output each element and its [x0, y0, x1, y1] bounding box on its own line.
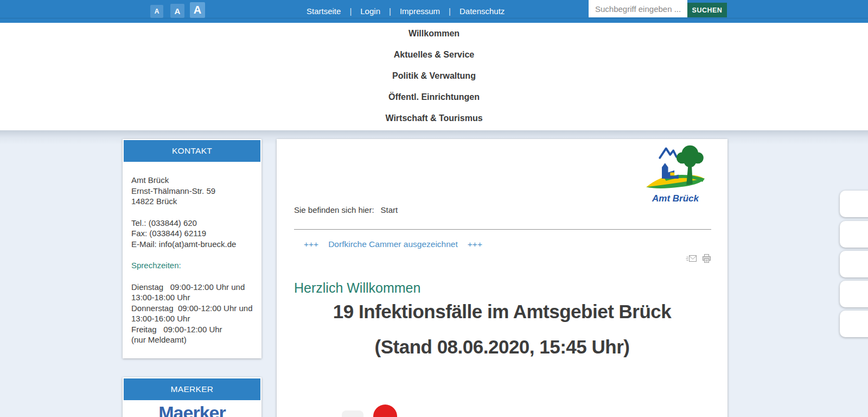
news-ticker: +++ Dorfkirche Cammer ausgezeichnet +++	[304, 239, 482, 249]
font-size-small-button[interactable]: A	[150, 5, 163, 18]
hours-line: Dienstag 09:00-12:00 Uhr und	[131, 282, 245, 292]
email-page-icon[interactable]	[686, 255, 697, 263]
amt-brueck-logo-text: Amt Brück	[643, 193, 708, 204]
nav-link-datenschutz[interactable]: Datenschutz	[459, 7, 505, 16]
right-quick-tab-5[interactable]	[840, 311, 868, 337]
print-page-icon[interactable]	[702, 254, 711, 263]
ticker-prefix: +++	[304, 239, 318, 249]
font-size-medium-button[interactable]: A	[170, 4, 184, 18]
page-action-icons	[686, 254, 711, 263]
ticker-link-dorfkirche-cammer[interactable]: Dorfkirche Cammer ausgezeichnet	[328, 239, 458, 249]
infection-headline-date: (Stand 08.06.2020, 15:45 Uhr)	[277, 332, 727, 362]
main-menu: Willkommen Aktuelles & Service Politik &…	[0, 23, 868, 130]
nav-link-startseite[interactable]: Startseite	[307, 7, 341, 16]
search-input[interactable]	[589, 0, 687, 17]
search-button[interactable]: SUCHEN	[687, 3, 727, 17]
right-quick-tab-1[interactable]	[840, 191, 868, 217]
menu-item-wirtschaft-tourismus[interactable]: Wirtschaft & Tourismus	[0, 108, 868, 129]
welcome-heading: Herzlich Willkommen	[294, 280, 420, 296]
nav-separator: |	[349, 7, 352, 16]
right-quick-tab-4[interactable]	[840, 281, 868, 307]
kontakt-box-body: Amt Brück Ernst-Thälmann-Str. 59 14822 B…	[123, 163, 261, 345]
kontakt-phone-email: Tel.: (033844) 620 Fax: (033844) 62119 E…	[131, 218, 253, 250]
right-quick-tab-3[interactable]	[840, 251, 868, 277]
menu-item-politik-verwaltung[interactable]: Politik & Verwaltung	[0, 65, 868, 86]
article-headline-block: 19 Infektionsfälle im Amtsgebiet Brück (…	[277, 296, 727, 362]
breadcrumb: Sie befinden sich hier:Start	[294, 205, 398, 214]
maerker-box-title: MAERKER	[124, 378, 260, 400]
menu-item-aktuelles-service[interactable]: Aktuelles & Service	[0, 44, 868, 65]
kontakt-box-title: KONTAKT	[124, 140, 260, 162]
top-navigation: Startseite | Login | Impressum | Datensc…	[307, 0, 505, 22]
nav-separator: |	[389, 7, 391, 16]
coronavirus-image-partial	[373, 405, 397, 417]
kontakt-address: Amt Brück Ernst-Thälmann-Str. 59 14822 B…	[131, 175, 253, 207]
hours-line: (nur Meldeamt)	[131, 335, 187, 344]
infection-headline: 19 Infektionsfälle im Amtsgebiet Brück	[315, 296, 690, 326]
content-divider	[294, 229, 711, 230]
hours-line: Freitag 09:00-12:00 Uhr	[131, 325, 222, 334]
hours-line: 13:00-16:00 Uhr	[131, 314, 190, 323]
nav-link-login[interactable]: Login	[360, 7, 380, 16]
breadcrumb-label: Sie befinden sich hier:	[294, 205, 374, 214]
office-hours: Dienstag 09:00-12:00 Uhr und 13:00-18:00…	[131, 282, 253, 345]
nav-separator: |	[449, 7, 451, 16]
right-quick-tab-2[interactable]	[840, 221, 868, 248]
breadcrumb-current-start[interactable]: Start	[381, 205, 398, 214]
fax-line: Fax: (033844) 62119	[131, 229, 206, 238]
font-size-large-button[interactable]: A	[190, 2, 205, 18]
kontakt-box: KONTAKT Amt Brück Ernst-Thälmann-Str. 59…	[123, 139, 261, 358]
office-hours-title: Sprechzeiten:	[131, 260, 253, 271]
menu-item-willkommen[interactable]: Willkommen	[0, 23, 868, 44]
amt-brueck-logo[interactable]: Amt Brück	[643, 141, 708, 204]
nav-link-impressum[interactable]: Impressum	[400, 7, 440, 16]
hours-line: 13:00-18:00 Uhr	[131, 293, 190, 302]
email-line: E-Mail: info(at)amt-brueck.de	[131, 239, 236, 249]
top-header-bar: A A A Startseite | Login | Impressum | D…	[0, 0, 868, 23]
maerker-box: MAERKER Maerker	[123, 377, 261, 417]
address-line: 14822 Brück	[131, 197, 177, 206]
main-content-box: Amt Brück Sie befinden sich hier:Start +…	[277, 139, 727, 417]
maerker-logo[interactable]: Maerker	[123, 402, 261, 417]
article-image-partial	[342, 410, 363, 417]
ticker-suffix: +++	[468, 239, 482, 249]
phone-line: Tel.: (033844) 620	[131, 218, 197, 228]
address-line: Amt Brück	[131, 175, 169, 185]
menu-item-oeffentl-einrichtungen[interactable]: Öffentl. Einrichtungen	[0, 86, 868, 108]
hours-line: Donnerstag 09:00-12:00 Uhr und	[131, 304, 252, 313]
address-line: Ernst-Thälmann-Str. 59	[131, 186, 215, 195]
